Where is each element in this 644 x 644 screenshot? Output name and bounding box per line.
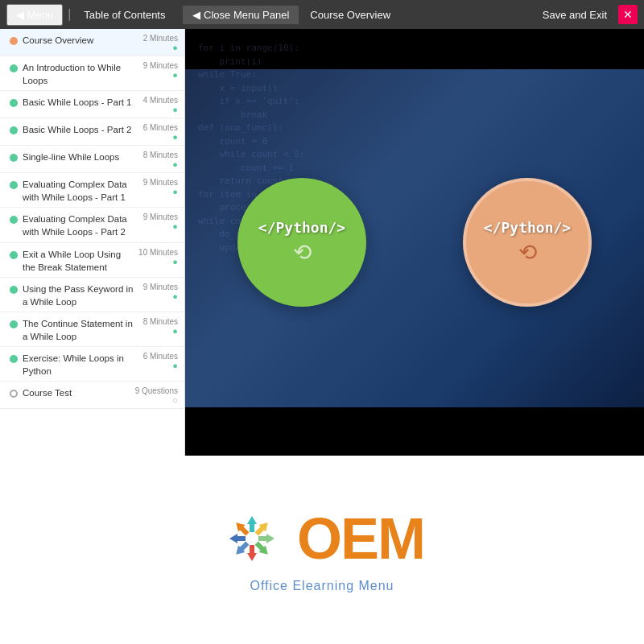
menu-label: ◀ Menu (16, 9, 53, 21)
svg-marker-0 (233, 519, 251, 538)
sidebar-label-test: Course Test (23, 386, 132, 399)
sidebar-label-continue: The Continue Statement in a While Loop (23, 317, 136, 343)
sidebar-status-icon-course-overview: ● (139, 43, 178, 52)
sidebar-item-complex-2[interactable]: Evaluating Complex Data with While Loops… (0, 208, 184, 242)
sidebar-dot-basic-while-1 (10, 99, 18, 107)
course-overview-nav-label: Course Overview (302, 6, 398, 24)
sidebar-dot-course-overview (10, 37, 18, 45)
sidebar-item-single-line[interactable]: Single-line While Loops8 Minutes● (0, 146, 184, 173)
sidebar-dot-complex-2 (10, 216, 18, 224)
sidebar-dot-complex-1 (10, 181, 18, 189)
sidebar-meta-course-overview: 2 Minutes● (139, 34, 178, 52)
sidebar-meta-test: 9 Questions○ (135, 386, 178, 405)
sidebar-label-pass: Using the Pass Keyword in a While Loop (23, 283, 136, 308)
close-panel-button[interactable]: ◀ Close Menu Panel (183, 6, 299, 24)
sidebar-time-intro-while: 9 Minutes (139, 61, 178, 70)
black-bar-bottom (185, 407, 644, 456)
sidebar-label-complex-1: Evaluating Complex Data with While Loops… (23, 178, 136, 204)
sidebar-meta-continue: 8 Minutes● (139, 317, 178, 336)
brand-logo-area: OEM (220, 506, 424, 571)
circle-orange-arrow: ⟲ (518, 239, 537, 266)
svg-marker-1 (233, 539, 251, 558)
brand-oem-text: OEM (297, 510, 424, 568)
circle-green: </Python/> ⟲ (237, 178, 366, 307)
sidebar-item-course-overview[interactable]: Course Overview2 Minutes● (0, 29, 184, 56)
sidebar-item-basic-while-2[interactable]: Basic While Loops - Part 26 Minutes● (0, 118, 184, 146)
sidebar-dot-test (10, 390, 18, 398)
save-exit-label: Save and Exit (543, 9, 607, 21)
sidebar-status-icon-pass: ● (139, 291, 178, 301)
svg-marker-4 (247, 516, 257, 532)
sidebar-meta-exercise: 6 Minutes● (139, 352, 178, 370)
close-panel-label: ◀ Close Menu Panel (192, 9, 289, 21)
black-bar-top (185, 29, 644, 69)
sidebar-dot-continue (10, 320, 18, 328)
sidebar-status-icon-intro-while: ● (139, 70, 178, 80)
sidebar-status-icon-break: ● (138, 257, 178, 266)
sidebar-time-test: 9 Questions (135, 386, 178, 395)
svg-marker-5 (247, 545, 257, 561)
sidebar-dot-single-line (10, 154, 18, 162)
sidebar-dot-pass (10, 286, 18, 294)
brand-section: OEM Office Elearning Menu (0, 456, 644, 644)
sidebar-item-test[interactable]: Course Test9 Questions○ (0, 382, 184, 409)
sidebar-item-complex-1[interactable]: Evaluating Complex Data with While Loops… (0, 173, 184, 208)
sidebar-dot-basic-while-2 (10, 126, 18, 134)
sidebar-label-single-line: Single-line While Loops (23, 151, 136, 163)
circle-orange-label: </Python/> (484, 219, 571, 236)
sidebar-status-icon-exercise: ● (139, 361, 178, 370)
sidebar-time-complex-1: 9 Minutes (139, 178, 178, 187)
close-x-button[interactable]: ✕ (618, 5, 638, 24)
sidebar-meta-single-line: 8 Minutes● (139, 151, 178, 169)
sidebar-label-course-overview: Course Overview (23, 34, 136, 47)
circle-orange: </Python/> ⟲ (463, 178, 592, 307)
sidebar-meta-basic-while-1: 4 Minutes● (139, 96, 178, 114)
circle-green-arrow: ⟲ (293, 239, 312, 266)
sidebar-time-exercise: 6 Minutes (139, 352, 178, 361)
sidebar-meta-complex-2: 9 Minutes● (139, 213, 178, 231)
save-exit-button[interactable]: Save and Exit (535, 6, 615, 24)
sidebar-label-break: Exit a While Loop Using the Break Statem… (23, 248, 135, 274)
sidebar-label-basic-while-1: Basic While Loops - Part 1 (23, 96, 136, 109)
sidebar-status-icon-complex-1: ● (139, 187, 178, 196)
sidebar-dot-intro-while (10, 64, 18, 72)
sidebar-label-intro-while: An Introduction to While Loops (23, 61, 136, 87)
sidebar-time-basic-while-1: 4 Minutes (139, 96, 178, 105)
svg-marker-3 (253, 519, 271, 538)
sidebar-item-continue[interactable]: The Continue Statement in a While Loop8 … (0, 312, 184, 347)
sidebar-status-icon-basic-while-1: ● (139, 105, 178, 114)
svg-marker-6 (229, 534, 246, 543)
sidebar-dot-exercise (10, 355, 18, 363)
sidebar-status-icon-continue: ● (139, 326, 178, 336)
sidebar-meta-break: 10 Minutes● (138, 248, 178, 266)
sidebar-meta-intro-while: 9 Minutes● (139, 61, 178, 80)
toc-label[interactable]: Table of Contents (76, 6, 173, 24)
sidebar-time-course-overview: 2 Minutes (139, 34, 178, 43)
sidebar-status-icon-complex-2: ● (139, 221, 178, 231)
sidebar-time-pass: 9 Minutes (139, 283, 178, 291)
sidebar-status-icon-basic-while-2: ● (139, 132, 178, 142)
content-background: for i in range(10): print(i) while True:… (185, 29, 644, 456)
sidebar-item-basic-while-1[interactable]: Basic While Loops - Part 14 Minutes● (0, 91, 184, 118)
sidebar-time-continue: 8 Minutes (139, 317, 178, 326)
sidebar-item-intro-while[interactable]: An Introduction to While Loops9 Minutes● (0, 56, 184, 91)
circles-container: </Python/> ⟲ </Python/> ⟲ (237, 178, 592, 307)
main-layout: Course Overview2 Minutes●An Introduction… (0, 29, 644, 456)
content-area: for i in range(10): print(i) while True:… (185, 29, 644, 456)
sidebar-item-break[interactable]: Exit a While Loop Using the Break Statem… (0, 243, 184, 278)
top-navigation: ◀ Menu | Table of Contents ◀ Close Menu … (0, 0, 644, 29)
brand-tagline: Office Elearning Menu (250, 579, 394, 593)
circle-green-label: </Python/> (258, 219, 345, 236)
sidebar-label-basic-while-2: Basic While Loops - Part 2 (23, 123, 136, 136)
sidebar-time-break: 10 Minutes (138, 248, 178, 257)
close-x-icon: ✕ (623, 8, 633, 21)
sidebar-item-exercise[interactable]: Exercise: While Loops in Python6 Minutes… (0, 347, 184, 382)
menu-button[interactable]: ◀ Menu (6, 4, 63, 26)
sidebar-time-complex-2: 9 Minutes (139, 213, 178, 221)
nav-divider: | (68, 7, 71, 22)
sidebar-time-basic-while-2: 6 Minutes (139, 123, 178, 132)
sidebar-time-single-line: 8 Minutes (139, 151, 178, 159)
sidebar-item-pass[interactable]: Using the Pass Keyword in a While Loop9 … (0, 278, 184, 312)
sidebar-meta-complex-1: 9 Minutes● (139, 178, 178, 196)
sidebar-status-icon-test: ○ (135, 395, 178, 405)
